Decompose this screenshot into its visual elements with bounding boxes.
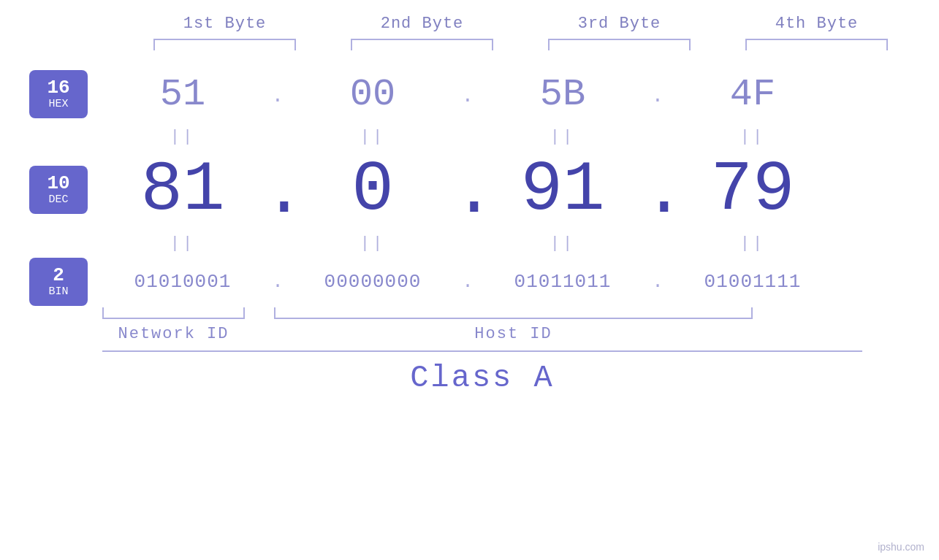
hex-values-grid: 51 . 00 . 5B . 4F — [102, 65, 939, 123]
dec-val-3: 91 — [482, 150, 643, 230]
network-bracket — [102, 307, 245, 319]
equals-4: || — [672, 128, 833, 146]
bottom-section: Network ID Host ID Class A — [0, 307, 939, 396]
dot-hex-1: . — [263, 85, 292, 107]
equals-8: || — [672, 234, 833, 253]
top-bracket-2 — [351, 39, 493, 50]
bin-val-4: 01001111 — [672, 271, 833, 293]
hex-badge: 16 HEX — [29, 70, 88, 118]
equals-7: || — [482, 234, 643, 253]
dot-bin-1: . — [263, 271, 292, 293]
bin-badge-label: BIN — [48, 285, 68, 299]
dot-hex-3: . — [643, 85, 672, 107]
hex-val-4: 4F — [672, 73, 833, 116]
network-id-label: Network ID — [102, 325, 245, 343]
equals-1: || — [102, 128, 263, 146]
hex-val-1: 51 — [102, 73, 263, 116]
bin-val-3: 01011011 — [482, 271, 643, 293]
main-container: 1st Byte 2nd Byte 3rd Byte 4th Byte 16 H… — [0, 0, 939, 560]
bottom-brackets — [102, 307, 892, 319]
class-a-label: Class A — [102, 361, 862, 396]
dec-val-4: 79 — [672, 150, 833, 230]
bin-val-1: 01010001 — [102, 271, 263, 293]
hex-badge-label: HEX — [48, 98, 68, 111]
top-brackets — [126, 39, 916, 50]
bin-badge-number: 2 — [53, 265, 64, 286]
bin-val-2: 00000000 — [292, 271, 453, 293]
equals-row-1-wrapper: || || || || — [0, 123, 939, 150]
host-id-label: Host ID — [274, 325, 753, 343]
dot-dec-1: . — [263, 153, 292, 233]
full-bottom-line — [102, 350, 862, 352]
hex-row: 51 . 00 . 5B . 4F — [102, 65, 939, 123]
bottom-labels: Network ID Host ID — [102, 325, 892, 343]
dot-bin-3: . — [643, 271, 672, 293]
dec-label-col: 10 DEC — [0, 166, 102, 214]
byte-headers: 1st Byte 2nd Byte 3rd Byte 4th Byte — [126, 15, 916, 33]
dec-badge-number: 10 — [47, 173, 69, 194]
equals-5: || — [102, 234, 263, 253]
dec-val-1: 81 — [102, 150, 263, 230]
dec-badge-label: DEC — [48, 193, 68, 207]
byte-header-4: 4th Byte — [737, 15, 897, 33]
equals-2: || — [292, 128, 453, 146]
bin-row-wrapper: 2 BIN 01010001 . 00000000 . 01011011 . 0… — [0, 256, 939, 307]
byte-header-1: 1st Byte — [145, 15, 305, 33]
watermark: ipshu.com — [878, 541, 924, 553]
byte-header-2: 2nd Byte — [342, 15, 503, 33]
dec-row-wrapper: 10 DEC 81 . 0 . 91 . 79 — [0, 150, 939, 230]
byte-header-3: 3rd Byte — [539, 15, 700, 33]
hex-val-2: 00 — [292, 73, 453, 116]
equals-row-2-wrapper: || || || || — [0, 230, 939, 256]
equals-3: || — [482, 128, 643, 146]
equals-row-1: || || || || — [102, 123, 939, 150]
top-bracket-1 — [153, 39, 296, 50]
equals-6: || — [292, 234, 453, 253]
bin-label-col: 2 BIN — [0, 258, 102, 306]
dec-badge: 10 DEC — [29, 166, 88, 214]
hex-label-col: 16 HEX — [0, 70, 102, 118]
dot-dec-3: . — [643, 153, 672, 233]
bin-row: 01010001 . 00000000 . 01011011 . 0100111… — [102, 256, 939, 307]
top-bracket-3 — [548, 39, 691, 50]
dot-bin-2: . — [453, 271, 482, 293]
hex-badge-number: 16 — [47, 77, 69, 99]
hex-row-wrapper: 16 HEX 51 . 00 . 5B . 4F — [0, 65, 939, 123]
bin-badge: 2 BIN — [29, 258, 88, 306]
dot-hex-2: . — [453, 85, 482, 107]
dot-dec-2: . — [453, 153, 482, 233]
equals-row-2: || || || || — [102, 230, 939, 256]
dec-val-2: 0 — [292, 150, 453, 230]
top-bracket-4 — [745, 39, 888, 50]
host-bracket — [274, 307, 753, 319]
dec-row: 81 . 0 . 91 . 79 — [102, 150, 939, 230]
hex-val-3: 5B — [482, 73, 643, 116]
